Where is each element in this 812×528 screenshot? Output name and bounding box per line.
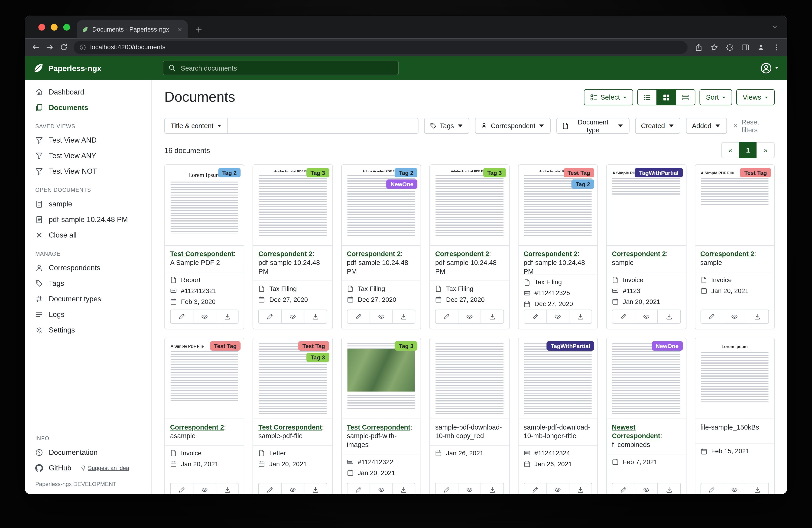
edit-button[interactable] [435, 310, 459, 324]
download-button[interactable] [745, 310, 769, 324]
preview-button[interactable] [723, 310, 746, 324]
bookmark-star-icon[interactable] [710, 43, 718, 51]
document-thumbnail[interactable]: A Simple PDF File Test Tag [695, 165, 774, 246]
tag-badge-tag-2[interactable]: Tag 2 [218, 168, 241, 177]
reset-filters-link[interactable]: Reset filters [733, 118, 774, 133]
view-details-button[interactable] [676, 89, 696, 105]
forward-button[interactable] [46, 43, 54, 51]
preview-button[interactable] [369, 310, 393, 324]
download-button[interactable] [215, 483, 238, 494]
download-button[interactable] [304, 310, 327, 324]
tag-badge-tag-3[interactable]: Tag 3 [395, 341, 418, 351]
sidebar-item-close-all[interactable]: Close all [25, 227, 151, 243]
minimize-window-button[interactable] [51, 24, 58, 31]
tag-badge-test-tag[interactable]: Test Tag [210, 341, 241, 351]
correspondent-filter-button[interactable]: Correspondent [475, 118, 551, 134]
close-window-button[interactable] [38, 24, 45, 31]
tag-badge-test-tag[interactable]: Test Tag [740, 168, 771, 177]
browser-menu-icon[interactable] [772, 43, 780, 51]
user-menu[interactable] [760, 62, 779, 74]
document-thumbnail[interactable] [430, 338, 509, 419]
site-info-icon[interactable] [79, 44, 86, 51]
new-tab-button[interactable] [195, 26, 203, 34]
edit-button[interactable] [170, 483, 193, 494]
correspondent-link[interactable]: Correspondent 2 [612, 250, 666, 258]
sidebar-item-github[interactable]: GitHub Suggest an idea [25, 460, 151, 475]
added-filter-button[interactable]: Added [686, 118, 727, 134]
tag-badge-test-tag[interactable]: Test Tag [563, 168, 594, 177]
download-button[interactable] [304, 483, 327, 494]
tag-badge-newone[interactable]: NewOne [387, 180, 418, 189]
share-icon[interactable] [695, 43, 703, 51]
download-button[interactable] [392, 310, 416, 324]
tab-close-icon[interactable] [177, 27, 183, 32]
reload-button[interactable] [60, 43, 68, 51]
preview-button[interactable] [193, 483, 216, 494]
edit-button[interactable] [523, 310, 547, 324]
document-thumbnail[interactable]: A Simple PDF File Test Tag [165, 338, 244, 419]
correspondent-link[interactable]: Newest Correspondent [612, 423, 660, 440]
edit-button[interactable] [435, 483, 459, 494]
preview-button[interactable] [635, 310, 658, 324]
tag-badge-tagwithpartial[interactable]: TagWithPartial [547, 341, 594, 351]
tab-search-icon[interactable] [772, 24, 778, 30]
sidebar-item-logs[interactable]: Logs [25, 306, 151, 322]
pagination-page-1-button[interactable]: 1 [739, 142, 757, 158]
correspondent-link[interactable]: Test Correspondent [258, 423, 322, 431]
tag-badge-tag-3[interactable]: Tag 3 [483, 168, 506, 177]
tag-badge-test-tag[interactable]: Test Tag [298, 341, 329, 351]
sidebar-item-test-view-and[interactable]: Test View AND [25, 132, 151, 148]
tag-badge-tag-2[interactable]: Tag 2 [395, 168, 418, 177]
document-thumbnail[interactable]: Adobe Acrobat PDF Files Tag 2NewOne [342, 165, 421, 246]
preview-button[interactable] [635, 483, 658, 494]
sidebar-item-documents[interactable]: Documents [25, 100, 151, 115]
correspondent-link[interactable]: Test Correspondent [347, 423, 410, 431]
extensions-icon[interactable] [726, 43, 734, 51]
edit-button[interactable] [700, 483, 724, 494]
download-button[interactable] [745, 483, 769, 494]
created-filter-button[interactable]: Created [635, 118, 681, 134]
tag-badge-tag-3[interactable]: Tag 3 [306, 353, 329, 362]
correspondent-link[interactable]: Correspondent 2 [700, 250, 754, 258]
download-button[interactable] [480, 310, 504, 324]
document-thumbnail[interactable]: NewOne [607, 338, 686, 419]
edit-button[interactable] [612, 310, 635, 324]
edit-button[interactable] [258, 483, 281, 494]
download-button[interactable] [392, 483, 416, 494]
side-panel-icon[interactable] [741, 43, 749, 51]
pagination-prev-button[interactable]: « [721, 142, 739, 158]
edit-button[interactable] [700, 310, 724, 324]
sidebar-item-settings[interactable]: Settings [25, 322, 151, 338]
sidebar-item-documentation[interactable]: Documentation [25, 444, 151, 460]
tag-badge-tag-2[interactable]: Tag 2 [571, 180, 594, 189]
title-content-dropdown[interactable]: Title & content [164, 118, 228, 134]
tags-filter-button[interactable]: Tags [424, 118, 469, 134]
sidebar-item-tags[interactable]: Tags [25, 275, 151, 291]
edit-button[interactable] [347, 483, 370, 494]
sidebar-item-dashboard[interactable]: Dashboard [25, 84, 151, 100]
edit-button[interactable] [170, 310, 193, 324]
app-logo[interactable]: Paperless-ngx [33, 63, 101, 73]
download-button[interactable] [480, 483, 504, 494]
sidebar-item-test-view-any[interactable]: Test View ANY [25, 148, 151, 163]
select-button[interactable]: Select [584, 89, 633, 105]
document-thumbnail[interactable]: Test TagTag 3 [253, 338, 332, 419]
document-thumbnail[interactable]: Lorem ipsum [695, 338, 774, 419]
preview-button[interactable] [458, 310, 481, 324]
document-thumbnail[interactable]: A Simple PDF File TagWithPartial [607, 165, 686, 246]
document-type-filter-button[interactable]: Document type [557, 118, 629, 134]
profile-icon[interactable] [757, 43, 765, 51]
download-button[interactable] [657, 483, 681, 494]
tag-badge-tagwithpartial[interactable]: TagWithPartial [635, 168, 683, 177]
sidebar-item-sample[interactable]: sample [25, 196, 151, 212]
views-button[interactable]: Views [736, 89, 774, 105]
correspondent-link[interactable]: Correspondent 2 [523, 250, 577, 258]
correspondent-link[interactable]: Correspondent 2 [170, 423, 224, 431]
filter-text-input[interactable] [227, 118, 419, 134]
preview-button[interactable] [369, 483, 393, 494]
search-input[interactable] [180, 63, 393, 72]
document-thumbnail[interactable]: Adobe Acrobat PDF Files Tag 3 [253, 165, 332, 246]
document-thumbnail[interactable]: Tag 3 [342, 338, 421, 419]
zoom-window-button[interactable] [63, 24, 70, 31]
edit-button[interactable] [347, 310, 370, 324]
